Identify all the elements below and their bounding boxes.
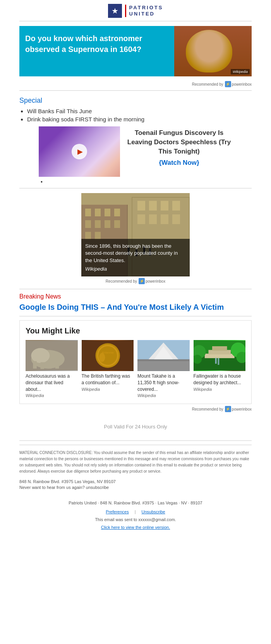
unsubscribe-link[interactable]: unsubscribe <box>86 485 109 490</box>
footer-links: Preferences | Unsubscribe <box>19 508 252 516</box>
svg-rect-4 <box>95 209 101 216</box>
svg-rect-21 <box>161 214 168 224</box>
logo-text: PATRIOTS UNITED <box>125 5 163 17</box>
baking-soda-link[interactable]: Drink baking soda FIRST thing in the mor… <box>27 116 144 123</box>
svg-rect-30 <box>33 361 37 368</box>
breaking-news-link[interactable]: Google Is Doing THIS – And You're Most L… <box>19 303 224 311</box>
powerinbox-logo: powerinbox <box>225 81 252 87</box>
svg-rect-50 <box>215 358 216 364</box>
second-ad-wrapper: Since 1896, this borough has been the se… <box>19 193 252 284</box>
breaking-news-label: Breaking News <box>19 293 252 300</box>
disclosure-divider <box>19 440 252 441</box>
svg-rect-11 <box>85 232 91 240</box>
svg-rect-19 <box>137 214 145 224</box>
svg-rect-20 <box>149 214 157 224</box>
fungus-text: Toenail Fungus Discovery Is Leaving Doct… <box>126 126 232 167</box>
svg-rect-5 <box>105 209 110 216</box>
svg-rect-51 <box>218 358 219 365</box>
bottom-footer: Patriots United · 848 N. Rainbow Blvd. #… <box>0 494 271 537</box>
powerinbox-icon-3 <box>225 406 231 412</box>
play-button[interactable] <box>72 144 87 159</box>
unsubscribe-footer-link[interactable]: Unsubscribe <box>142 508 165 516</box>
yml-grid: Achelousaurus was a dinosaur that lived … <box>26 340 245 398</box>
top-ad-question: Do you know which astronomer observed a … <box>19 26 174 62</box>
top-ad-banner[interactable]: Do you know which astronomer observed a … <box>19 26 252 76</box>
top-ad-recommendation: Recommended by powerinbox <box>19 81 252 87</box>
powerinbox-logo-2: powerinbox <box>139 278 165 284</box>
svg-rect-49 <box>212 346 227 351</box>
svg-rect-31 <box>40 362 44 369</box>
svg-rect-18 <box>172 201 180 211</box>
top-ad-image <box>174 26 252 76</box>
powerinbox-icon <box>225 81 231 87</box>
yml-title: You Might Like <box>26 326 245 335</box>
yml-source: Wikipedia <box>137 393 190 398</box>
you-might-like-section: You Might Like Achelousaurus was a dinos… <box>19 320 252 404</box>
second-ad-image: Since 1896, this borough has been the se… <box>81 193 190 276</box>
svg-rect-12 <box>95 232 101 240</box>
yml-thumb-building <box>194 340 246 371</box>
unsubscribe-text: Never want to hear from us again? unsubs… <box>19 485 252 490</box>
logo-star: ★ <box>108 4 122 18</box>
online-version-link[interactable]: Click here to view the online version. <box>101 525 170 530</box>
yml-source: Wikipedia <box>194 387 246 392</box>
preferences-link[interactable]: Preferences <box>106 508 129 516</box>
top-divider <box>19 21 252 21</box>
svg-rect-22 <box>172 214 180 224</box>
breaking-divider <box>19 289 252 289</box>
footer-email: This email was sent to xxxxxx@gmail.com. <box>19 516 252 524</box>
svg-rect-10 <box>114 220 120 228</box>
svg-rect-7 <box>85 220 91 228</box>
special-title: Special <box>19 97 252 105</box>
breaking-news-section: Breaking News Google Is Doing THIS – And… <box>19 293 252 312</box>
yml-thumb-coin: Britannia <box>82 340 134 371</box>
special-divider <box>19 90 252 91</box>
watch-now-link[interactable]: {Watch Now} <box>126 159 232 167</box>
list-item[interactable]: Britannia The British farthing was a con… <box>82 340 134 398</box>
svg-rect-17 <box>161 201 168 211</box>
special-list: Will Banks Fail This June Drink baking s… <box>19 108 252 123</box>
address-text: 848 N. Rainbow Blvd. #3975 Las Vegas, NV… <box>19 479 252 484</box>
disclosure-section: MATERIAL CONNECTION DISCLOSURE: You shou… <box>19 445 252 490</box>
svg-point-29 <box>31 348 50 363</box>
powerinbox-logo-3: powerinbox <box>225 406 252 412</box>
svg-rect-32 <box>48 361 52 368</box>
yml-source: Wikipedia <box>26 393 78 398</box>
list-item[interactable]: Achelousaurus was a dinosaur that lived … <box>26 340 78 398</box>
svg-rect-9 <box>105 220 110 228</box>
fungus-ad[interactable]: Toenail Fungus Discovery Is Leaving Doct… <box>39 126 232 177</box>
footer-online-link[interactable]: Click here to view the online version. <box>19 524 252 532</box>
list-item[interactable]: Drink baking soda FIRST thing in the mor… <box>27 116 252 123</box>
poll-text: Poll Valid For 24 Hours Only <box>104 424 167 430</box>
yml-caption: Achelousaurus was a dinosaur that lived … <box>26 373 78 392</box>
powerinbox-icon-2 <box>139 278 145 284</box>
second-ad-recommendation: Recommended by powerinbox <box>19 278 252 284</box>
second-ad-banner[interactable]: Since 1896, this borough has been the se… <box>81 193 190 276</box>
fungus-image <box>39 126 120 177</box>
logo: ★ PATRIOTS UNITED <box>108 4 163 18</box>
list-item[interactable]: Mount Takahe is a 11,350 ft high snow-co… <box>137 340 190 398</box>
footer-separator: | <box>135 508 136 516</box>
fungus-title: Toenail Fungus Discovery Is Leaving Doct… <box>126 128 232 156</box>
footer-org: Patriots United · 848 N. Rainbow Blvd. #… <box>19 499 252 507</box>
page-header: ★ PATRIOTS UNITED <box>0 0 271 21</box>
yml-divider <box>19 316 252 316</box>
yml-caption: Fallingwater is a house designed by arch… <box>194 373 246 386</box>
second-ad-caption: Since 1896, this borough has been the se… <box>81 239 190 276</box>
svg-rect-15 <box>137 201 145 211</box>
yml-caption: The British farthing was a continuation … <box>82 373 134 386</box>
yml-caption: Mount Takahe is a 11,350 ft high snow-co… <box>137 373 190 392</box>
svg-rect-44 <box>137 361 190 370</box>
special-section: Special Will Banks Fail This June Drink … <box>19 97 252 185</box>
svg-rect-16 <box>149 201 157 211</box>
banks-link[interactable]: Will Banks Fail This June <box>27 108 92 114</box>
list-item[interactable]: Fallingwater is a house designed by arch… <box>194 340 246 398</box>
yml-recommendation: Recommended by powerinbox <box>19 406 252 412</box>
list-item[interactable]: Will Banks Fail This June <box>27 108 252 114</box>
svg-rect-8 <box>95 220 101 228</box>
ad-portrait-image <box>174 26 252 76</box>
svg-rect-3 <box>85 209 91 216</box>
breaking-news-headline[interactable]: Google Is Doing THIS – And You're Most L… <box>19 302 252 312</box>
yml-thumb-dinosaur <box>26 340 78 371</box>
second-ad-divider <box>19 188 252 188</box>
